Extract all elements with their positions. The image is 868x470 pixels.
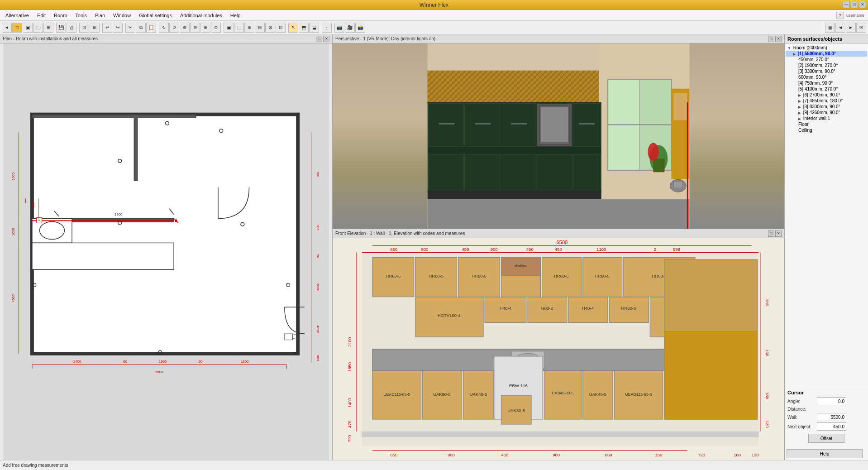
tree-item-room[interactable]: ▼ Room (2400mm): [786, 45, 867, 51]
tree-item-wall9[interactable]: ▶ [9] 4260mm, 90.0°: [786, 110, 867, 115]
toolbar-view5[interactable]: ⊠: [265, 23, 275, 33]
toolbar-view1[interactable]: ▣: [224, 23, 234, 33]
tree-view: ▼ Room (2400mm) ▶ [1] 5500mm, 90.0° 450m…: [785, 44, 868, 387]
toolbar-cam1[interactable]: 📷: [334, 23, 344, 33]
svg-rect-89: [465, 104, 500, 147]
tree-item-interior-wall[interactable]: ▶ Interior wall 1: [786, 115, 867, 121]
tree-item-wall6[interactable]: ▶ [6] 2700mm, 90.0°: [786, 92, 867, 98]
tree-item-wall4[interactable]: [4] 750mm, 90.0°: [786, 80, 867, 86]
toolbar-box3[interactable]: ⬚: [33, 23, 43, 33]
perspective-controls[interactable]: □ ✕: [768, 36, 782, 42]
toolbar-right4[interactable]: ✉: [856, 23, 866, 33]
tree-item-wall8[interactable]: ▶ [8] 8300mm, 90.0°: [786, 104, 867, 110]
toolbar-box5[interactable]: ⊡: [79, 23, 89, 33]
close-btn[interactable]: ✕: [859, 1, 866, 8]
toolbar-zoom4[interactable]: ⊙: [211, 23, 221, 33]
toolbar-box2[interactable]: ▣: [23, 23, 33, 33]
toolbar-cursor[interactable]: ↖: [288, 23, 298, 33]
wall-input[interactable]: [817, 413, 846, 421]
tree-item-wall3[interactable]: [3] 3300mm, 90.0°: [786, 68, 867, 74]
svg-rect-90: [501, 104, 536, 147]
help-icon[interactable]: ?: [836, 12, 844, 19]
toolbar-view6[interactable]: ⊡: [276, 23, 286, 33]
toolbar-back[interactable]: ◄: [2, 23, 12, 33]
tree-item-wall1-sub1[interactable]: 450mm, 270.0°: [786, 57, 867, 62]
next-object-input[interactable]: [817, 422, 846, 431]
toolbar-view4[interactable]: ⊟: [255, 23, 265, 33]
toolbar-save[interactable]: 💾: [56, 23, 66, 33]
toolbar-box1[interactable]: □: [12, 23, 22, 33]
toolbar-select2[interactable]: ⬓: [309, 23, 319, 33]
toolbar-undo[interactable]: ↩: [102, 23, 112, 33]
toolbar-cam2[interactable]: 🎥: [345, 23, 355, 33]
toolbar-print[interactable]: 🖨: [67, 23, 76, 33]
svg-text:150: 150: [765, 349, 770, 356]
angle-input[interactable]: [817, 397, 846, 405]
toolbar-cut[interactable]: ✂: [125, 23, 135, 33]
toolbar-view2[interactable]: ⬚: [234, 23, 244, 33]
title-bar-controls[interactable]: — □ ✕: [843, 1, 866, 8]
toolbar-zoom1[interactable]: ⊕: [180, 23, 190, 33]
menu-help[interactable]: Help: [227, 12, 244, 19]
menu-window[interactable]: Window: [110, 12, 134, 19]
toolbar-box6[interactable]: ⊞: [90, 23, 100, 33]
toolbar-snap[interactable]: ⋮: [322, 23, 332, 33]
svg-text:60: 60: [198, 360, 202, 364]
toolbar-redo-alt[interactable]: ↪: [113, 23, 123, 33]
elevation-controls[interactable]: □ ✕: [768, 230, 782, 237]
properties-panel: Room surfaces/objects ▼ Room (2400mm) ▶ …: [784, 34, 868, 460]
toolbar-right3[interactable]: ►: [846, 23, 856, 33]
menu-tools[interactable]: Tools: [72, 12, 91, 19]
perspective-maximize[interactable]: □: [768, 36, 774, 42]
elevation-maximize[interactable]: □: [768, 230, 774, 237]
svg-text:300: 300: [316, 225, 320, 231]
elevation-close[interactable]: ✕: [775, 230, 782, 237]
svg-text:1900: 1900: [159, 360, 167, 364]
tree-item-wall2[interactable]: [2] 1900mm, 270.0°: [786, 62, 867, 68]
menu-alternative[interactable]: Alternative: [2, 12, 33, 19]
menu-room[interactable]: Room: [50, 12, 71, 19]
toolbar-box4[interactable]: ⊞: [43, 23, 53, 33]
toolbar-view3[interactable]: ⊞: [244, 23, 254, 33]
elevation-canvas[interactable]: 6500 650 900 450 900 450 450 1100 2 598 …: [333, 238, 784, 460]
toolbar-right2[interactable]: ◄: [835, 23, 845, 33]
toolbar-zoom2[interactable]: ⊖: [190, 23, 200, 33]
toolbar-paste[interactable]: 📋: [146, 23, 156, 33]
toolbar-zoom3[interactable]: ⊕: [200, 23, 210, 33]
offset-button[interactable]: Offset: [808, 434, 844, 443]
floor-plan-canvas[interactable]: 5500 2700 60 1900 60 1600 700 300: [0, 43, 332, 460]
toolbar-cam3[interactable]: 📸: [355, 23, 365, 33]
svg-text:UAK45-5: UAK45-5: [470, 392, 487, 397]
tree-item-wall7[interactable]: ▶ [7] 4850mm, 180.0°: [786, 98, 867, 104]
help-button[interactable]: Help: [787, 449, 863, 458]
svg-text:ERW-116: ERW-116: [509, 383, 528, 388]
floor-plan-controls[interactable]: □ ✕: [316, 36, 329, 42]
elevation-title: Front Elevation - 1 : Wall - 1, Elevatio…: [335, 231, 465, 236]
svg-text:2: 2: [654, 247, 656, 252]
3d-scene[interactable]: [333, 43, 784, 229]
menu-plan[interactable]: Plan: [91, 12, 109, 19]
toolbar-right1[interactable]: ▦: [825, 23, 835, 33]
tree-item-wall5[interactable]: [5] 4100mm, 270.0°: [786, 86, 867, 92]
menu-additional-modules[interactable]: Additional modules: [176, 12, 226, 19]
floor-plan-close[interactable]: ✕: [323, 36, 329, 42]
perspective-close[interactable]: ✕: [775, 36, 782, 42]
svg-text:HR60-5: HR60-5: [429, 273, 444, 278]
toolbar-rotate2[interactable]: ↺: [169, 23, 179, 33]
tree-item-wall3-sub[interactable]: 600mm, 90.0°: [786, 74, 867, 80]
tree-item-wall1[interactable]: ▶ [1] 5500mm, 90.0°: [786, 51, 867, 57]
tree-item-ceiling[interactable]: Ceiling: [786, 127, 867, 133]
maximize-btn[interactable]: □: [851, 1, 858, 8]
floor-plan-svg: 5500 2700 60 1900 60 1600 700 300: [0, 43, 332, 460]
floor-plan-maximize[interactable]: □: [316, 36, 322, 42]
toolbar-rotate1[interactable]: ↻: [159, 23, 169, 33]
toolbar-copy[interactable]: ⧉: [136, 23, 146, 33]
tree-item-floor[interactable]: Floor: [786, 121, 867, 127]
svg-text:180: 180: [765, 299, 770, 306]
menu-global-settings[interactable]: Global settings: [135, 12, 176, 19]
toolbar-select1[interactable]: ⬒: [299, 23, 309, 33]
svg-text:2000: 2000: [316, 283, 320, 292]
menu-edit[interactable]: Edit: [33, 12, 49, 19]
minimize-btn[interactable]: —: [843, 1, 850, 8]
svg-text:450: 450: [501, 452, 509, 457]
